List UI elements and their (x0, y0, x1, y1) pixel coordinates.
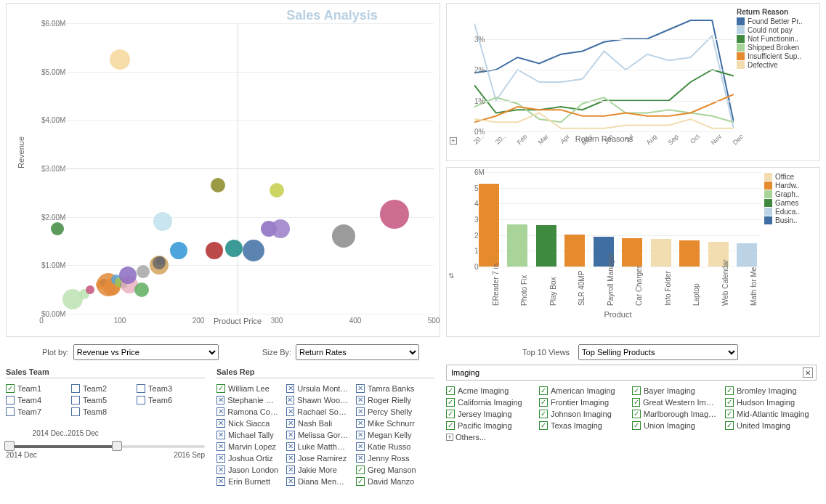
sales-team-header: Sales Team (6, 367, 205, 376)
topprod-xlabel: Product (474, 310, 761, 319)
company-search-input[interactable] (450, 367, 803, 378)
team-checkbox[interactable]: Team2 (71, 384, 134, 393)
scatter-point[interactable] (206, 242, 223, 259)
scatter-point[interactable] (51, 222, 64, 235)
team-checkbox[interactable]: Team4 (6, 396, 68, 405)
company-checkbox[interactable]: ✓Texas Imaging (539, 421, 625, 430)
company-search[interactable]: ✕ (446, 365, 817, 381)
company-checkbox[interactable]: ✓Bromley Imaging (725, 386, 811, 395)
company-list: ✓Acme Imaging✓American Imaging✓Bayer Ima… (446, 385, 820, 431)
rep-checkbox[interactable]: ✕Ursula Monteiro (286, 384, 349, 393)
sales-team-list: ✓Team1Team2Team3Team4Team5Team6Team7Team… (6, 383, 205, 418)
returns-chart[interactable]: 0%1%2%3%20..20..FebMarAprMayJunJulAugSep… (474, 8, 734, 131)
rep-checkbox[interactable]: ✕Rachael Sontag (286, 407, 349, 416)
rep-checkbox[interactable]: ✕Jason London (216, 466, 279, 474)
rep-checkbox[interactable]: ✕Joshua Ortiz (216, 454, 279, 463)
team-checkbox[interactable]: Team3 (137, 384, 199, 393)
sales-rep-list: ✓William Lee✕Ursula Monteiro✕Tamra Banks… (216, 383, 434, 487)
plus-icon: + (446, 434, 453, 441)
scatter-point[interactable] (211, 178, 225, 192)
team-checkbox[interactable]: Team8 (71, 407, 134, 416)
company-checkbox[interactable]: ✓American Imaging (539, 386, 625, 395)
scatter-point[interactable] (153, 212, 172, 231)
rep-checkbox[interactable]: ✕Diana Mendez (286, 477, 349, 486)
topprod-panel: 01M2M3M4M5M6M EReader 7 inPhoto FixPlay … (446, 167, 820, 337)
scatter-point[interactable] (270, 183, 284, 198)
rep-checkbox[interactable]: ✕Erin Burnett (216, 477, 279, 486)
rep-checkbox[interactable]: ✓Greg Manson (356, 466, 418, 474)
team-checkbox[interactable]: Team7 (6, 407, 68, 416)
company-checkbox[interactable]: ✓Union Imaging (632, 421, 718, 430)
rep-checkbox[interactable]: ✓David Manzo (356, 477, 418, 486)
scatter-point[interactable] (243, 240, 264, 261)
company-checkbox[interactable]: ✓Acme Imaging (446, 386, 532, 395)
rep-checkbox[interactable]: ✕Stephanie Oran (216, 396, 279, 405)
company-checkbox[interactable]: ✓Pacific Imaging (446, 421, 532, 430)
slider-left-label: 2014 Dec (6, 451, 37, 459)
scatter-point[interactable] (170, 242, 187, 259)
scatter-point[interactable] (332, 224, 355, 248)
rep-checkbox[interactable]: ✕Nash Bali (286, 419, 349, 428)
rep-checkbox[interactable]: ✕Michael Tally (216, 431, 279, 439)
bar[interactable] (622, 238, 642, 267)
company-checkbox[interactable]: ✓California Imaging (446, 398, 532, 407)
sort-icon[interactable]: ⇅ (448, 272, 454, 280)
bar[interactable] (479, 184, 499, 267)
scatter-ylabel: Revenue (17, 137, 25, 168)
company-checkbox[interactable]: ✓Marlborough Imaging (632, 410, 718, 418)
company-checkbox[interactable]: ✓Hudson Imaging (725, 398, 811, 407)
scatter-point[interactable] (119, 267, 137, 284)
team-checkbox[interactable]: Team5 (71, 396, 134, 405)
company-checkbox[interactable]: ✓Mid-Atlantic Imaging (725, 410, 811, 418)
expand-icon[interactable]: + (450, 137, 457, 145)
time-slider[interactable]: 2014 Dec..2015 Dec 2014 Dec 2016 Sep (6, 429, 205, 458)
team-checkbox[interactable]: ✓Team1 (6, 384, 68, 393)
rep-checkbox[interactable]: ✓William Lee (216, 384, 279, 393)
rep-checkbox[interactable]: ✕Roger Rielly (356, 396, 418, 405)
size-by-select[interactable]: Return Rates (296, 344, 419, 360)
rep-checkbox[interactable]: ✕Tamra Banks (356, 384, 418, 393)
others-row[interactable]: + Others... (446, 433, 813, 442)
bar[interactable] (536, 225, 556, 267)
scatter-point[interactable] (137, 265, 150, 278)
rep-checkbox[interactable]: ✕Luke Matthews (286, 442, 349, 451)
scatter-point[interactable] (380, 200, 409, 229)
slider-right-label: 2016 Sep (174, 451, 205, 459)
rep-checkbox[interactable]: ✕Percy Shelly (356, 407, 418, 416)
rep-checkbox[interactable]: ✕Mike Schnurr (356, 419, 418, 428)
rep-checkbox[interactable]: ✕Jenny Ross (356, 454, 418, 463)
scatter-point[interactable] (110, 49, 130, 70)
rep-checkbox[interactable]: ✕Ramona Coope (216, 407, 279, 416)
clear-icon[interactable]: ✕ (803, 367, 813, 378)
team-checkbox[interactable]: Team6 (137, 396, 199, 405)
scatter-point[interactable] (156, 256, 165, 265)
company-checkbox[interactable]: ✓Johnson Imaging (539, 410, 625, 418)
company-checkbox[interactable]: ✓Great Western Imaging (632, 398, 718, 407)
plot-by-select[interactable]: Revenue vs Price (73, 344, 219, 360)
scatter-point[interactable] (271, 219, 290, 238)
company-checkbox[interactable]: ✓Frontier Imaging (539, 398, 625, 407)
rep-checkbox[interactable]: ✕Marvin Lopez (216, 442, 279, 451)
scatter-plot[interactable]: Revenue $0.00M$1.00M$2.00M$3.00M$4.00M$5… (41, 23, 434, 314)
rep-checkbox[interactable]: ✕Jose Ramirez (286, 454, 349, 463)
rep-checkbox[interactable]: ✕Melissa Gorga (286, 431, 349, 439)
bar[interactable] (651, 239, 671, 267)
company-checkbox[interactable]: ✓Jersey Imaging (446, 410, 532, 418)
topprod-chart[interactable]: 01M2M3M4M5M6M (474, 172, 761, 267)
bar[interactable] (564, 235, 585, 267)
rep-checkbox[interactable]: ✕Katie Russo (356, 442, 418, 451)
rep-checkbox[interactable]: ✕Nick Siacca (216, 419, 279, 428)
rep-checkbox[interactable]: ✕Jakie More (286, 466, 349, 474)
rep-checkbox[interactable]: ✕Megan Kelly (356, 431, 418, 439)
bar[interactable] (679, 240, 700, 267)
company-checkbox[interactable]: ✓Bayer Imaging (632, 386, 718, 395)
scatter-point[interactable] (86, 285, 94, 294)
scatter-point[interactable] (134, 283, 149, 297)
top10-select[interactable]: Top Selling Products (578, 344, 738, 360)
bar[interactable] (507, 224, 527, 267)
scatter-point[interactable] (225, 240, 243, 257)
company-checkbox[interactable]: ✓United Imaging (725, 421, 811, 430)
rep-checkbox[interactable]: ✕Shawn Woodley (286, 396, 349, 405)
plot-by-label: Plot by: (42, 348, 69, 357)
bar[interactable] (737, 243, 757, 267)
